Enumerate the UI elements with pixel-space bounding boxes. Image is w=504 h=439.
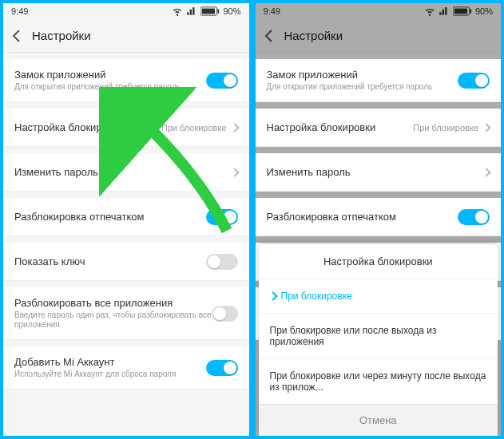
label: Разблокировать все приложения [14, 297, 212, 309]
toggle[interactable] [206, 254, 238, 270]
row-mi-account[interactable]: Добавить Mi АккаунтИспользуйте Mi Аккаун… [3, 346, 249, 390]
back-icon[interactable] [10, 29, 24, 43]
label: Изменить пароль [14, 166, 98, 178]
label: Разблокировка отпечатком [14, 211, 145, 223]
row-unlock-all[interactable]: Разблокировать все приложенияВведите пар… [3, 287, 249, 340]
sub: Используйте Mi Аккаунт для сброса пароля [14, 370, 176, 379]
wifi-icon [172, 6, 183, 17]
signal-icon [186, 6, 197, 17]
label: Добавить Mi Аккаунт [14, 356, 176, 368]
chevron-right-icon [230, 168, 239, 176]
sheet-cancel-button[interactable]: Отмена [259, 404, 498, 436]
sheet-option-1[interactable]: При блокировке [259, 279, 498, 313]
settings-list: Замок приложенийДля открытия приложений … [3, 53, 249, 436]
sheet-option-3[interactable]: При блокировке или через минуту после вы… [259, 358, 498, 404]
sheet-title: Настройка блокировки [259, 244, 498, 279]
label: Замок приложений [14, 69, 181, 81]
lock-setting-sheet: Настройка блокировки При блокировке При … [259, 244, 498, 436]
toggle[interactable] [206, 209, 238, 225]
svg-rect-1 [202, 9, 215, 14]
sub: Введите пароль один раз, чтобы разблокир… [14, 310, 212, 330]
sheet-option-label: При блокировке или после выхода из прило… [270, 325, 487, 347]
row-fingerprint[interactable]: Разблокировка отпечатком [3, 198, 249, 236]
chevron-right-icon [482, 123, 490, 132]
header: Настройки [3, 19, 249, 53]
statusbar: 9:49 90% [3, 3, 249, 19]
row-change-password[interactable]: Изменить пароль [3, 153, 249, 192]
status-battery: 90% [223, 6, 240, 16]
status-right: 90% [172, 6, 240, 17]
sheet-option-label: При блокировке [281, 291, 352, 302]
svg-rect-2 [218, 9, 220, 13]
toggle [458, 209, 490, 225]
sub: Для открытия приложений требуется пароль [14, 82, 181, 92]
value: При блокировке [161, 123, 227, 132]
chevron-right-icon [268, 291, 277, 300]
chevron-right-icon [482, 168, 490, 176]
page-title: Настройки [32, 29, 91, 42]
row-app-lock[interactable]: Замок приложенийДля открытия приложений … [3, 59, 249, 102]
sheet-option-label: При блокировке или через минуту после вы… [270, 370, 487, 393]
row-change-password: Изменить пароль [256, 153, 502, 192]
toggle[interactable] [206, 73, 238, 89]
toggle [458, 73, 490, 89]
row-lock-setting[interactable]: Настройка блокировки При блокировке [3, 109, 249, 147]
toggle[interactable] [206, 360, 238, 376]
row-show-key[interactable]: Показать ключ [3, 243, 249, 281]
toggle[interactable] [212, 306, 237, 322]
right-screen: 9:49 90% Настройки Замок приложенийДля о… [256, 3, 502, 436]
left-screen: 9:49 90% Настройки Замок приложенийДля о… [3, 3, 249, 436]
label: Настройка блокировки [14, 121, 124, 133]
status-time: 9:49 [11, 6, 28, 16]
label: Показать ключ [14, 255, 85, 267]
battery-icon [200, 6, 220, 16]
chevron-right-icon [230, 123, 239, 132]
row-fingerprint: Разблокировка отпечатком [256, 198, 502, 236]
row-lock-setting: Настройка блокировки При блокировке [256, 109, 502, 147]
row-app-lock: Замок приложенийДля открытия приложений … [256, 59, 502, 102]
sheet-option-2[interactable]: При блокировке или после выхода из прило… [259, 313, 498, 358]
